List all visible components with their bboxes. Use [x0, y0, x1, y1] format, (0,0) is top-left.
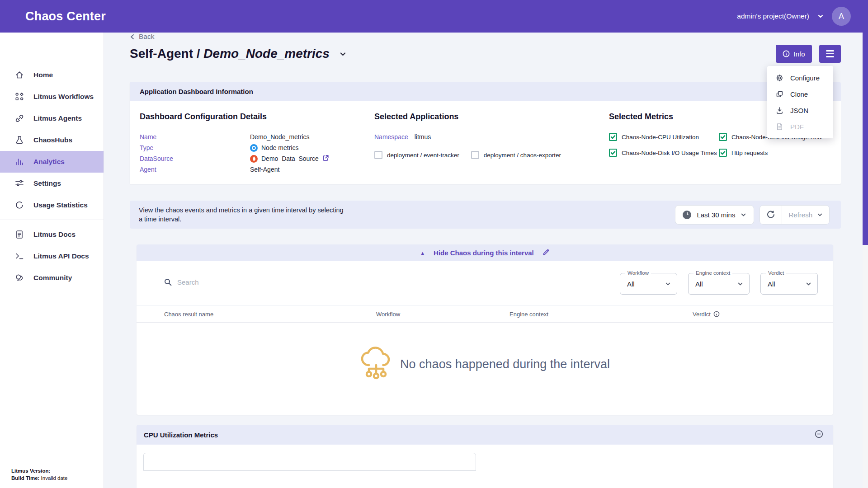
project-selector-label[interactable]: admin's project(Owner): [737, 12, 809, 20]
engine-context-filter-select[interactable]: Engine context All: [688, 273, 750, 295]
sidebar-item-analytics[interactable]: Analytics: [0, 151, 104, 173]
menu-item-label: Configure: [790, 74, 820, 82]
config-row-datasource: DataSource Demo_Data_Source: [140, 153, 374, 164]
chaoshubs-icon: [15, 136, 24, 145]
search-box: [164, 278, 233, 289]
checkbox-chaos-exporter[interactable]: deployment / chaos-exporter: [471, 151, 561, 159]
node-metrics-icon: [250, 144, 258, 152]
checkbox-disk-io-times[interactable]: Chaos-Node-Disk I/O Usage Times: [609, 149, 719, 157]
column-engine-context: Engine context: [509, 311, 693, 318]
menu-item-configure[interactable]: Configure: [767, 70, 833, 86]
clone-icon: [776, 90, 783, 98]
sidebar-divider: [0, 220, 104, 220]
checkbox-unchecked[interactable]: [374, 151, 382, 159]
sidebar-item-litmus-agents[interactable]: Litmus Agents: [0, 108, 104, 129]
scrollbar-track[interactable]: [863, 33, 868, 488]
chevron-left-icon: [130, 34, 135, 40]
checkbox-label: Chaos-Node-CPU Utilization: [622, 134, 699, 141]
checkbox-checked[interactable]: [719, 149, 727, 157]
collapse-minus-icon[interactable]: [815, 430, 823, 440]
column-verdict: Verdict: [693, 311, 818, 318]
menu-item-json[interactable]: JSON: [767, 102, 833, 118]
config-value: Self-Agent: [250, 166, 279, 173]
avatar[interactable]: A: [832, 7, 851, 26]
interval-description: View the chaos events and metrics in a g…: [139, 206, 344, 224]
column-chaos-result-name: Chaos result name: [164, 311, 376, 318]
menu-item-label: PDF: [790, 123, 804, 131]
scrollbar-thumb[interactable]: [863, 33, 868, 245]
sidebar-item-settings[interactable]: Settings: [0, 173, 104, 194]
title-agent: Self-Agent /: [130, 47, 203, 61]
info-button[interactable]: Info: [776, 45, 812, 63]
sidebar-item-litmus-api-docs[interactable]: Litmus API Docs: [0, 245, 104, 267]
filter-selects: Workflow All Engine context All Verdict …: [620, 273, 818, 295]
checkbox-label: Chaos-Node-Disk I/O Usage Times: [622, 150, 717, 156]
refresh-button[interactable]: [760, 206, 782, 224]
sidebar-item-litmus-workflows[interactable]: Litmus Workflows: [0, 86, 104, 108]
sidebar-item-label: Settings: [33, 179, 61, 188]
back-button[interactable]: Back: [130, 33, 841, 41]
info-circle-icon[interactable]: [713, 311, 720, 317]
pdf-file-icon: [776, 123, 783, 131]
checkbox-checked[interactable]: [719, 133, 727, 141]
sidebar-item-home[interactable]: Home: [0, 64, 104, 86]
sidebar-item-label: Litmus Workflows: [33, 93, 94, 101]
dashboard-configuration-details: Dashboard Configuration Details Name Dem…: [140, 112, 374, 175]
checkbox-unchecked[interactable]: [471, 151, 479, 159]
sidebar-item-chaoshubs[interactable]: ChaosHubs: [0, 129, 104, 151]
dashboard-actions-menu: Configure Clone JSON PDF: [767, 66, 833, 138]
sidebar-item-label: Home: [33, 71, 53, 79]
config-value: Demo_Node_metrics: [250, 133, 310, 141]
refresh-group: Refresh: [760, 205, 830, 225]
cpu-card-header: CPU Utilization Metrics: [137, 425, 833, 445]
back-label: Back: [139, 33, 154, 41]
sidebar-item-usage-statistics[interactable]: Usage Statistics: [0, 194, 104, 216]
info-card-header: Application Dashboard Information: [130, 82, 841, 101]
workflow-filter-label: Workflow: [625, 270, 651, 276]
filter-row: Workflow All Engine context All Verdict …: [137, 261, 833, 295]
checkbox-checked[interactable]: [609, 133, 617, 141]
checkbox-checked[interactable]: [609, 149, 617, 157]
interval-controls: Last 30 mins Refresh: [675, 205, 830, 225]
sidebar-item-label: Litmus Agents: [33, 114, 82, 122]
sidebar-item-litmus-docs[interactable]: Litmus Docs: [0, 224, 104, 245]
chevron-down-icon[interactable]: [817, 13, 824, 19]
cpu-utilization-card: CPU Utilization Metrics: [137, 425, 833, 488]
column-workflow: Workflow: [376, 311, 509, 318]
checkbox-label: deployment / event-tracker: [387, 152, 459, 159]
title-row: Self-Agent / Demo_Node_metrics Info Conf…: [130, 45, 841, 63]
menu-item-label: Clone: [790, 90, 808, 98]
checkbox-cpu-utilization[interactable]: Chaos-Node-CPU Utilization: [609, 133, 719, 141]
config-label: Type: [140, 144, 250, 151]
topbar-right: admin's project(Owner) A: [737, 7, 851, 26]
edit-pencil-icon[interactable]: [542, 249, 550, 258]
checkbox-http-requests[interactable]: Http requests: [719, 149, 841, 157]
workflow-filter-value: All: [627, 280, 635, 288]
menu-item-pdf[interactable]: PDF: [767, 118, 833, 135]
top-bar: Chaos Center admin's project(Owner) A: [0, 0, 868, 33]
cpu-card-body: [137, 445, 833, 471]
checkbox-event-tracker[interactable]: deployment / event-tracker: [374, 151, 459, 159]
cpu-header-title: CPU Utilization Metrics: [144, 431, 218, 439]
home-icon: [15, 70, 24, 80]
search-input[interactable]: [177, 278, 227, 286]
sidebar-item-community[interactable]: Community: [0, 267, 104, 289]
verdict-filter-label: Verdict: [766, 270, 786, 276]
community-icon: [15, 273, 24, 282]
workflow-filter-select[interactable]: Workflow All: [620, 273, 677, 295]
external-link-icon[interactable]: [322, 155, 329, 163]
config-value: Node metrics: [250, 144, 298, 152]
application-dashboard-information-card: Application Dashboard Information Dashbo…: [130, 82, 841, 184]
analytics-icon: [15, 157, 24, 166]
verdict-filter-select[interactable]: Verdict All: [760, 273, 818, 295]
menu-item-clone[interactable]: Clone: [767, 86, 833, 102]
menu-item-label: JSON: [790, 107, 808, 114]
chevron-down-icon: [806, 281, 811, 287]
dashboard-menu-button[interactable]: [819, 45, 841, 63]
title-chevron-down-icon[interactable]: [339, 50, 347, 58]
prometheus-icon: [250, 155, 258, 163]
time-range-select[interactable]: Last 30 mins: [675, 205, 754, 225]
refresh-interval-select[interactable]: Refresh: [782, 206, 829, 224]
collapse-triangle-icon[interactable]: ▲: [420, 250, 425, 256]
time-range-label: Last 30 mins: [697, 211, 735, 219]
